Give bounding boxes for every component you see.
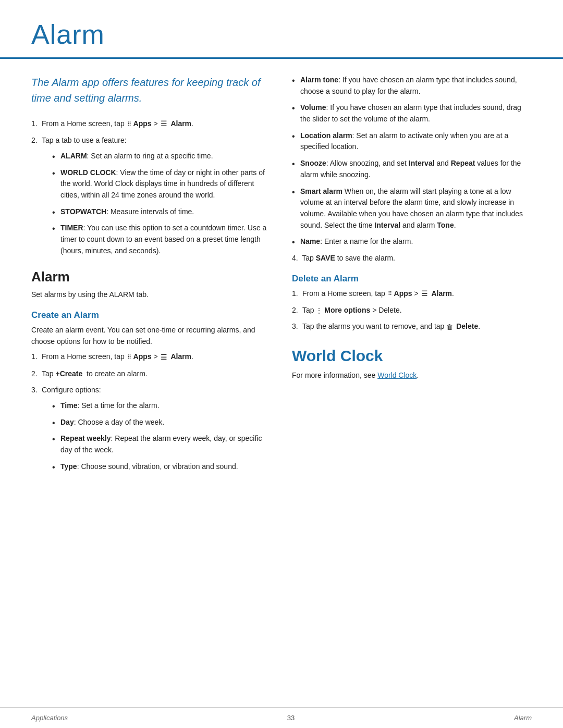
alarm-tone-label: Alarm tone [300,76,338,84]
save-label: SAVE [316,254,335,262]
time-option-label: Time [60,401,77,410]
alarm-options-list: Alarm tone: If you have chosen an alarm … [292,75,532,248]
apps-grid-icon-2: ⠿ [127,353,131,362]
alarm-clock-icon-2: ☰ [161,352,167,363]
delete-label: Delete [456,322,478,330]
smart-alarm-label: Smart alarm [300,187,342,195]
alarm-clock-icon-3: ☰ [421,288,428,300]
feature-bullet-list: ALARM: Set an alarm to ring at a specifi… [52,151,271,257]
more-options-icon: ⋮ [316,306,322,316]
alarm-section: Alarm Set alarms by using the ALARM tab.… [31,269,271,472]
apps-grid-icon-3: ⠿ [388,289,391,298]
name-label: Name [300,237,320,245]
option-alarm-tone: Alarm tone: If you have chosen an alarm … [292,75,532,97]
day-option-label: Day [60,418,74,426]
interval-label-2: Interval [374,221,400,229]
apps-grid-icon: ⠿ [127,120,131,129]
delete-step-2: Tap ⋮ More options > Delete. [292,305,532,316]
option-location-alarm: Location alarm: Set an alarm to activate… [292,130,532,153]
option-type: Type: Choose sound, vibration, or vibrat… [52,461,271,473]
option-smart-alarm: Smart alarm When on, the alarm will star… [292,186,532,231]
create-step-1: From a Home screen, tap ⠿ Apps > ☰ Alarm… [31,351,271,363]
alarm-label: Alarm [170,119,191,128]
step-4-text: 4. Tap SAVE to save the alarm. [292,253,532,264]
interval-label: Interval [409,159,435,167]
world-clock-feature-label: WORLD CLOCK [60,168,116,177]
alarm-set-text: Set alarms by using the ALARM tab. [31,289,271,301]
snooze-label: Snooze [300,159,326,167]
world-clock-text-after: . [417,371,419,379]
more-options-label: More options [324,306,370,314]
alarm-section-title: Alarm [31,269,271,285]
timer-feature-label: TIMER [60,224,83,232]
apps-label-3: Apps [394,289,412,298]
location-alarm-label: Location alarm [300,131,352,140]
feature-alarm: ALARM: Set an alarm to ring at a specifi… [52,151,271,162]
create-alarm-intro: Create an alarm event. You can set one-t… [31,325,271,347]
delete-alarm-steps: From a Home screen, tap ⠿ Apps > ☰ Alarm… [292,288,532,333]
right-column: Alarm tone: If you have chosen an alarm … [292,75,532,483]
trash-icon: 🗑 [446,322,453,332]
create-alarm-steps: From a Home screen, tap ⠿ Apps > ☰ Alarm… [31,351,271,472]
repeat-label: Repeat [451,159,475,167]
world-clock-section: World Clock For more information, see Wo… [292,347,532,381]
apps-label: Apps [133,119,152,128]
world-clock-text: For more information, see World Clock. [292,370,532,381]
world-clock-title: World Clock [292,347,532,365]
two-column-layout: The Alarm app offers features for keepin… [0,75,563,483]
world-clock-text-before: For more information, see [292,371,377,379]
option-repeat-weekly: Repeat weekly: Repeat the alarm every we… [52,433,271,455]
option-time: Time: Set a time for the alarm. [52,400,271,412]
intro-list-item-1: From a Home screen, tap ⠿ Apps > ☰ Alarm… [31,118,271,130]
apps-label-2: Apps [133,352,152,361]
create-step-3: Configure options: Time: Set a time for … [31,385,271,472]
delete-step-3: Tap the alarms you want to remove, and t… [292,321,532,332]
footer-left: Applications [31,714,68,722]
alarm-label-2: Alarm [170,352,191,361]
alarm-feature-label: ALARM [60,152,87,160]
option-name: Name: Enter a name for the alarm. [292,236,532,248]
delete-step-1: From a Home screen, tap ⠿ Apps > ☰ Alarm… [292,288,532,300]
create-step-2: Tap +Create to create an alarm. [31,368,271,380]
intro-text: The Alarm app offers features for keepin… [31,75,271,106]
option-snooze: Snooze: Allow snoozing, and set Interval… [292,158,532,180]
footer-page-number: 33 [287,714,295,722]
feature-world-clock: WORLD CLOCK: View the time of day or nig… [52,167,271,201]
footer-right: Alarm [514,714,532,722]
feature-stopwatch: STOPWATCH: Measure intervals of time. [52,206,271,218]
volume-label: Volume [300,103,326,112]
page-footer: Applications 33 Alarm [0,707,563,728]
option-volume: Volume: If you have chosen an alarm type… [292,102,532,125]
world-clock-link[interactable]: World Clock [377,371,417,379]
page-container: Alarm The Alarm app offers features for … [0,0,563,728]
page-title: Alarm [31,19,532,50]
create-alarm-subtitle: Create an Alarm [31,310,271,320]
intro-list-item-2: Tap a tab to use a feature: ALARM: Set a… [31,135,271,256]
feature-timer: TIMER: You can use this option to set a … [52,223,271,256]
alarm-label-3: Alarm [431,289,452,298]
configure-options-list: Time: Set a time for the alarm. Day: Cho… [52,400,271,472]
type-option-label: Type [60,462,77,471]
delete-alarm-subtitle: Delete an Alarm [292,274,532,284]
alarm-clock-icon: ☰ [161,118,167,130]
create-button-label: +Create [55,369,82,378]
stopwatch-feature-label: STOPWATCH [60,207,106,216]
tone-label: Tone [437,221,454,229]
option-day: Day: Choose a day of the week. [52,417,271,428]
left-column: The Alarm app offers features for keepin… [31,75,271,483]
page-header: Alarm [0,0,563,59]
repeat-weekly-label: Repeat weekly [60,434,111,442]
intro-numbered-list: From a Home screen, tap ⠿ Apps > ☰ Alarm… [31,118,271,256]
